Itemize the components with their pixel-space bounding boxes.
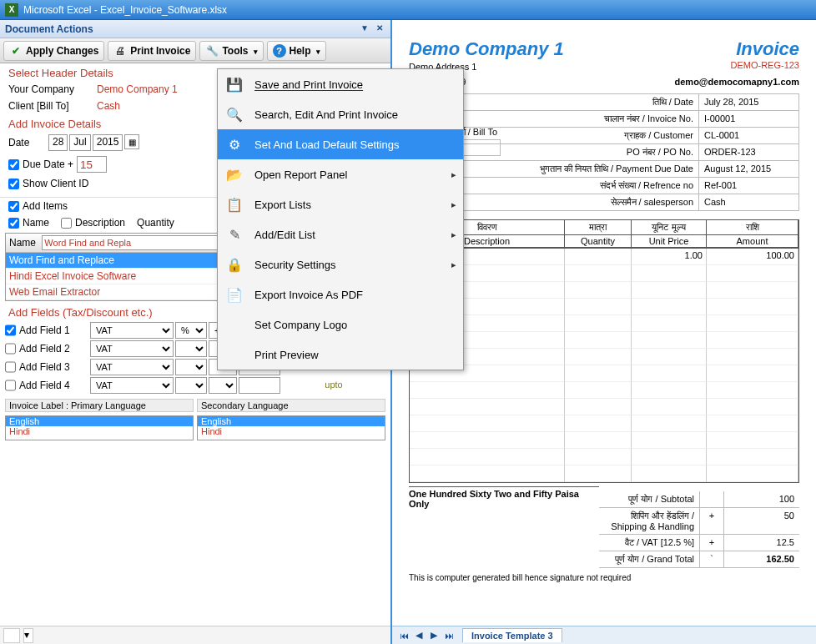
- menu-icon: 📂: [224, 164, 244, 184]
- bb-btn[interactable]: [3, 628, 20, 643]
- menu-item[interactable]: 📄 Export Invoice As PDF: [218, 279, 463, 309]
- col-qty-label: Quantity: [137, 217, 174, 229]
- meta-row: भुगतान की नियत तिथि / Payment Due DateAu…: [409, 161, 799, 178]
- email-value: demo@democomapny1.com: [675, 77, 799, 87]
- tab-prev-icon[interactable]: ◀: [412, 630, 426, 641]
- panel-close-icon[interactable]: ✕: [374, 23, 385, 35]
- show-client-checkbox[interactable]: [8, 179, 19, 189]
- footnote: This is computer generated bill hence si…: [409, 573, 799, 582]
- tools-button[interactable]: 🔧 Tools: [199, 41, 263, 61]
- help-button[interactable]: ? Help: [267, 41, 326, 61]
- item-row: [410, 415, 798, 432]
- lang-item[interactable]: English: [6, 416, 193, 426]
- total-row: वैट / VAT [12.5 %]+12.5: [599, 535, 799, 551]
- menu-icon: 📄: [224, 284, 244, 304]
- toolbar: ✔ Apply Changes 🖨 Print Invoice 🔧 Tools …: [0, 38, 390, 63]
- lang-secondary-header: Secondary Language: [197, 399, 385, 412]
- your-company-value[interactable]: Demo Company 1: [97, 83, 178, 95]
- totals: पूर्ण योग / Subtotal100 शिपिंग और हेंडलि…: [599, 491, 799, 568]
- panel-bottombar: ▾: [0, 626, 390, 644]
- due-date-label: Due Date +: [23, 158, 73, 170]
- menu-item[interactable]: 🔍 Search, Edit And Print Invoice: [218, 99, 463, 129]
- sheet-tab[interactable]: Invoice Template 3: [462, 628, 562, 642]
- field-type-select[interactable]: VAT: [90, 377, 174, 394]
- excel-icon: X: [5, 3, 18, 17]
- total-row: पूर्ण योग / Subtotal100: [599, 491, 799, 508]
- add-items-title: Add Items: [23, 200, 68, 212]
- due-days-input[interactable]: [77, 156, 107, 173]
- submenu-arrow-icon: [451, 199, 456, 210]
- item-row: [410, 265, 798, 282]
- field-checkbox[interactable]: [5, 359, 16, 375]
- menu-item[interactable]: Print Preview: [218, 340, 463, 370]
- client-value[interactable]: Cash: [97, 100, 120, 112]
- field-unit-select[interactable]: %: [175, 322, 207, 339]
- bb-btn[interactable]: ▾: [23, 628, 33, 643]
- item-row: [410, 299, 798, 315]
- lang-item[interactable]: Hindi: [6, 426, 193, 436]
- add-items-checkbox[interactable]: [8, 201, 19, 212]
- menu-item[interactable]: Set Company Logo: [218, 309, 463, 340]
- menu-item[interactable]: ⚙ Set And Load Default Settings: [218, 129, 463, 159]
- menu-item[interactable]: 🔒 Security Settings: [218, 249, 463, 279]
- tab-next-icon[interactable]: ▶: [427, 630, 441, 641]
- col-name-checkbox[interactable]: [8, 218, 19, 229]
- field-op-select[interactable]: [209, 377, 237, 394]
- lang-item[interactable]: English: [198, 416, 385, 426]
- tab-first-icon[interactable]: ⏮: [397, 631, 411, 641]
- field-checkbox[interactable]: [5, 340, 16, 357]
- item-row: [410, 315, 798, 332]
- invoice-title: Invoice: [730, 38, 799, 60]
- tab-last-icon[interactable]: ⏭: [442, 631, 456, 641]
- caret-down-icon: [315, 45, 320, 57]
- item-row: [410, 465, 798, 482]
- panel-header: Document Actions ▼ ✕: [0, 20, 390, 38]
- file-name: Excel_Invoice_Software.xlsx: [100, 4, 227, 16]
- menu-item[interactable]: ✎ Add/Edit List: [218, 219, 463, 249]
- items-table: विवरणमात्रायूनिट मूल्यराशि DescriptionQu…: [409, 219, 799, 483]
- item-row: [410, 332, 798, 349]
- menu-icon: [224, 345, 244, 365]
- item-row: [410, 432, 798, 449]
- calendar-icon[interactable]: ▦: [124, 134, 139, 149]
- print-invoice-button[interactable]: 🖨 Print Invoice: [108, 41, 196, 61]
- field-unit-select[interactable]: [175, 359, 207, 375]
- menu-item[interactable]: 📂 Open Report Panel: [218, 159, 463, 189]
- field-checkbox[interactable]: [5, 322, 16, 339]
- wrench-icon: 🔧: [205, 44, 219, 58]
- menu-icon: [224, 314, 244, 335]
- menu-item[interactable]: 💾 Save and Print Invoice: [218, 69, 463, 99]
- item-row: [410, 382, 798, 399]
- client-label: Client [Bill To]: [8, 100, 92, 112]
- menu-icon: 📋: [224, 194, 244, 214]
- fields-info: upto: [282, 380, 385, 390]
- your-company-label: Your Company: [8, 83, 92, 95]
- item-row: [410, 365, 798, 382]
- submenu-arrow-icon: [451, 169, 456, 180]
- menu-icon: 💾: [224, 74, 244, 94]
- menu-item[interactable]: 📋 Export Lists: [218, 189, 463, 219]
- field-value-input[interactable]: [239, 377, 280, 394]
- field-type-select[interactable]: VAT: [90, 359, 174, 375]
- lang-item[interactable]: Hindi: [198, 426, 385, 436]
- lang-secondary-list[interactable]: EnglishHindi: [197, 415, 385, 440]
- field-type-select[interactable]: VAT: [90, 322, 174, 339]
- due-date-checkbox[interactable]: [8, 159, 19, 170]
- submenu-arrow-icon: [451, 259, 456, 270]
- date-input[interactable]: 28 Jul 2015 ▦: [48, 134, 139, 151]
- titlebar: X Microsoft Excel - Excel_Invoice_Softwa…: [0, 0, 816, 20]
- help-icon: ?: [273, 44, 286, 58]
- show-client-label: Show Client ID: [23, 178, 88, 189]
- lang-primary-list[interactable]: EnglishHindi: [5, 415, 194, 440]
- field-checkbox[interactable]: [5, 377, 16, 394]
- apply-changes-button[interactable]: ✔ Apply Changes: [3, 41, 104, 61]
- item-row: [410, 282, 798, 299]
- field-type-select[interactable]: VAT: [90, 340, 174, 357]
- sheet-tabstrip: ⏮ ◀ ▶ ⏭ Invoice Template 3: [392, 626, 816, 644]
- field-unit-select[interactable]: [175, 377, 207, 394]
- tools-menu: 💾 Save and Print Invoice 🔍 Search, Edit …: [217, 68, 464, 370]
- col-desc-checkbox[interactable]: [61, 218, 72, 229]
- item-row: [410, 449, 798, 465]
- panel-dropdown-icon[interactable]: ▼: [359, 23, 370, 35]
- field-unit-select[interactable]: [175, 340, 207, 357]
